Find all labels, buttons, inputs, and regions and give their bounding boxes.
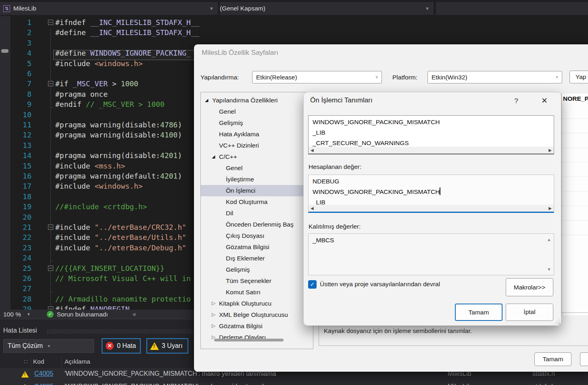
fold-collapse-icon[interactable] [48, 306, 53, 310]
definition-value: _LIB [313, 127, 554, 138]
tree-item-g-zatma-bilgisi[interactable]: ▷Gözatma Bilgisi [201, 320, 313, 332]
computed-value-box[interactable]: NDEBUGWINDOWS_IGNORE_PACKING_MISMATCH_LI… [308, 175, 554, 213]
navigation-bar: ⇅ MilesLib ▼ (Genel Kapsam) ▼ [0, 0, 588, 16]
tree-item-c-c-[interactable]: ◢C/C++ [201, 151, 313, 162]
tree-item-yap-land-rma-zellikleri[interactable]: ◢Yapılandırma Özellikleri [201, 95, 313, 106]
tree-collapsed-icon[interactable]: ▷ [212, 301, 215, 306]
zoom-level[interactable]: 100 % [3, 311, 21, 318]
line-number: 10 [0, 110, 31, 120]
close-icon[interactable]: ✕ [538, 95, 551, 107]
error-icon: ✕ [106, 342, 114, 350]
scroll-left-arrow-icon[interactable]: ◀ [311, 205, 314, 212]
tree-item-label: Yapılandırma Özellikleri [212, 95, 278, 106]
code-text: #pragma warning(default:4201) [55, 171, 182, 181]
tree-item-vc-dizinleri[interactable]: VC++ Dizinleri [201, 140, 313, 151]
line-number: 17 [0, 181, 31, 191]
inherited-values-box[interactable]: _MBCS ▲ ▼ [308, 233, 554, 275]
tree-item--nceden-derlenmi-ba-[interactable]: Önceden Derlenmiş Baş [201, 219, 313, 230]
inherit-checkbox[interactable]: ✓ [308, 280, 317, 289]
scroll-left-arrow-icon[interactable]: ◀ [132, 312, 136, 317]
tree-collapsed-icon[interactable]: ▷ [212, 312, 215, 317]
line-number: 26 [0, 273, 31, 283]
cancel-button[interactable]: İptal [506, 304, 553, 321]
errors-toggle-button[interactable]: ✕ 0 Hata [102, 338, 141, 354]
chevron-down-icon[interactable]: ▼ [27, 312, 31, 316]
ok-button[interactable]: Tamam [455, 304, 503, 321]
code-line[interactable]: 2#define __INC_MILESLIB_STDAFX_H__ [0, 27, 588, 37]
computed-value-label: Hesaplanan değer: [309, 163, 361, 171]
tree-item-g-zatma-bilgisi[interactable]: Gözatma Bilgisi [201, 241, 313, 253]
macros-button[interactable]: Makrolar>> [506, 278, 553, 296]
property-description-text: Kaynak dosyanız için ön işleme semboller… [324, 327, 472, 335]
column-grip-icon[interactable] [23, 359, 28, 364]
code-text: #include <mss.h> [55, 161, 125, 171]
definition-value: WINDOWS_IGNORE_PACKING_MISMATCH [313, 117, 554, 127]
tree-item-komut-sat-r-[interactable]: Komut Satırı [201, 287, 313, 298]
warning-code-link[interactable]: C4005 [34, 383, 53, 385]
tree-collapsed-icon[interactable]: ▷ [212, 323, 215, 329]
member-dropdown[interactable] [436, 2, 588, 15]
tree-item-label: Kod Oluşturma [226, 196, 267, 208]
property-ok-button[interactable]: Tamam [534, 352, 571, 366]
project-dropdown[interactable]: ⇅ MilesLib ▼ [0, 2, 218, 15]
fold-collapse-icon[interactable] [48, 225, 53, 230]
tree-item-d-eklemeler[interactable]: Dış Eklemeler [201, 253, 313, 264]
resize-grip[interactable] [554, 318, 560, 325]
tree-item-dil[interactable]: Dil [201, 208, 313, 219]
scroll-left-arrow-icon[interactable]: ◀ [311, 147, 314, 154]
tree-expanded-icon[interactable]: ◢ [212, 154, 215, 159]
scroll-down-arrow-icon[interactable]: ▼ [547, 267, 551, 272]
tree-expanded-icon[interactable]: ◢ [205, 98, 208, 102]
code-text: //#include <crtdbg.h> [55, 202, 147, 212]
scroll-right-arrow-icon[interactable]: ▶ [548, 205, 552, 212]
tree-item-label: Gözatma Bilgisi [219, 320, 263, 332]
tree-item-label: Dil [226, 208, 233, 219]
tree-item-genel[interactable]: Genel [201, 162, 313, 174]
warning-code-link[interactable]: C4005 [34, 370, 53, 377]
line-number: 24 [0, 253, 31, 263]
tree-item-genel[interactable]: Genel [201, 106, 313, 117]
column-header-code[interactable]: Kod [33, 358, 44, 365]
line-number: 13 [0, 140, 31, 150]
platform-value: Etkin(Win32) [432, 74, 467, 81]
definitions-edit-box[interactable]: WINDOWS_IGNORE_PACKING_MISMATCH_LIB_CRT_… [308, 115, 554, 154]
fold-collapse-icon[interactable] [48, 266, 53, 271]
tree-horizontal-scrollbar[interactable] [214, 339, 284, 341]
scope-dropdown[interactable]: (Genel Kapsam) ▼ [220, 2, 434, 15]
tree-item-kod-olu-turma[interactable]: Kod Oluşturma [201, 196, 313, 208]
tree-item-geli-mi-[interactable]: Gelişmiş [201, 117, 313, 129]
fold-collapse-icon[interactable] [48, 81, 53, 86]
tree-item-label: Önceden Derlenmiş Baş [226, 219, 294, 230]
scroll-right-arrow-icon[interactable]: ▶ [548, 147, 552, 154]
code-line[interactable]: 1#ifndef __INC_MILESLIB_STDAFX_H__ [0, 17, 588, 27]
line-number: 16 [0, 171, 31, 181]
tree-item--n-i-lemci[interactable]: Ön İşlemci [201, 185, 313, 196]
error-list-title[interactable]: Hata Listesi [3, 327, 37, 334]
code-text: #if _MSC_VER > 1000 [55, 79, 138, 89]
fold-collapse-icon[interactable] [48, 20, 53, 25]
platform-dropdown[interactable]: Etkin(Win32) ˅ [427, 71, 562, 83]
help-button[interactable]: ? [510, 96, 522, 107]
horizontal-scrollbar[interactable]: ◀ ▶ [309, 205, 554, 212]
configuration-manager-button[interactable]: Yap [569, 71, 588, 83]
configuration-dropdown[interactable]: Etkin(Release) ˅ [252, 71, 382, 83]
tree-item-hata-ay-klama[interactable]: Hata Ayıklama [201, 129, 313, 140]
tree-item-kitapl-k-olu-turucu[interactable]: ▷Kitaplık Oluşturucu [201, 298, 313, 309]
horizontal-scrollbar[interactable]: ◀ ▶ [309, 147, 554, 154]
tree-item-geli-mi-[interactable]: Gelişmiş [201, 264, 313, 275]
line-number: 25 [0, 263, 31, 273]
scope-filter-dropdown[interactable]: Tüm Çözüm ▼ [3, 339, 94, 353]
property-cancel-button-clipped[interactable] [580, 352, 588, 366]
tree-item--k-dosyas-[interactable]: Çıkış Dosyası [201, 230, 313, 241]
tree-item-t-m-se-enekler[interactable]: Tüm Seçenekler [201, 275, 313, 287]
line-number: 6 [0, 69, 31, 79]
line-number: 28 [0, 294, 31, 304]
error-list-row[interactable]: C4005'WINDOWS_IGNORE_PACKING_MISMATCH': … [0, 381, 588, 385]
code-text: #include "../eterBase/Utils.h" [55, 232, 186, 242]
warnings-toggle-button[interactable]: 3 Uyarı [146, 338, 188, 354]
platform-label: Platform: [392, 74, 417, 81]
column-header-description[interactable]: Açıklama [65, 358, 90, 365]
tree-item-i-yile-tirme[interactable]: İyileştirme [201, 174, 313, 185]
tree-item-xml-belge-olu-turucusu[interactable]: ▷XML Belge Oluşturucusu [201, 309, 313, 320]
scroll-up-arrow-icon[interactable]: ▲ [547, 237, 551, 242]
